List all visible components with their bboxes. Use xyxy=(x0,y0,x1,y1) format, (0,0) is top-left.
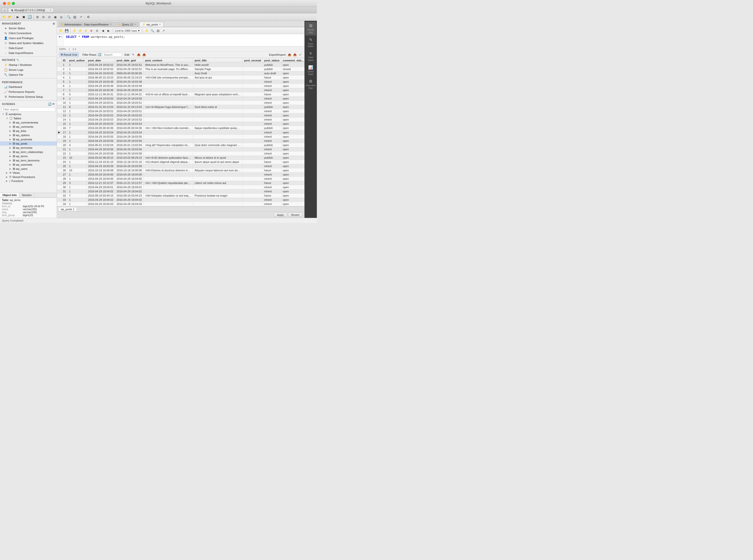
cell-author[interactable]: 5 xyxy=(67,92,87,97)
tree-item-wp-terms[interactable]: ▶ ▦ wp_terms xyxy=(0,154,57,158)
table-row[interactable]: 3572016-02-28 07:01:042016-02-28 07:01:0… xyxy=(57,206,305,207)
cell-id[interactable]: 8 xyxy=(61,92,67,97)
table-row[interactable]: 3412016-04-29 18:04:032016-04-29 18:04:0… xyxy=(57,202,305,206)
toolbar-run-btn[interactable]: ▶ xyxy=(15,14,21,20)
cell-title[interactable] xyxy=(193,189,243,194)
table-row[interactable]: 1672016-03-05 00:34:362016-03-05 00:34:3… xyxy=(57,126,305,130)
cell-excerpt[interactable] xyxy=(243,76,263,80)
toolbar-btn7[interactable]: ◎ xyxy=(58,14,64,20)
cell-id[interactable]: 25 xyxy=(61,164,67,168)
right-panel-result-grid-btn[interactable]: ⊞ ResultGrid xyxy=(305,22,316,35)
query12-tab-close[interactable]: ✕ xyxy=(134,23,136,26)
cell-author[interactable]: 1 xyxy=(67,202,87,206)
edit-pencil-icon[interactable]: ✎ xyxy=(131,53,136,57)
th-id[interactable]: ID xyxy=(61,58,67,63)
cell-id[interactable]: 35 xyxy=(61,206,67,207)
cell-content[interactable]: <h3>In est ut officia ut impedit laudant… xyxy=(144,92,193,97)
cell-content[interactable] xyxy=(144,84,193,88)
cell-title[interactable]: Auto Draft xyxy=(193,71,243,76)
table-row[interactable]: 512016-04-29 18:03:482016-04-29 18:03:48… xyxy=(57,80,305,84)
cell-title[interactable]: Aut ipsa at qui xyxy=(193,76,243,80)
tree-item-tables[interactable]: ▼ 📋 Tables xyxy=(0,116,57,120)
cell-date[interactable]: 2016-04-29 18:03:51 xyxy=(86,101,115,105)
cell-excerpt[interactable] xyxy=(243,147,263,152)
tree-item-wp-termmeta[interactable]: ▶ ▦ wp_termmeta xyxy=(0,145,57,150)
cell-excerpt[interactable] xyxy=(243,101,263,105)
cell-comment[interactable]: open xyxy=(281,135,304,139)
cell-title[interactable]: Libero vel nobis minus aut xyxy=(193,181,243,185)
sidebar-item-options-file[interactable]: 🔧 Options File xyxy=(0,72,57,77)
query-execute-current-btn[interactable]: ⚡ xyxy=(78,28,82,33)
right-panel-query-stats-btn[interactable]: 📊 QueryStats xyxy=(305,64,316,77)
cell-excerpt[interactable] xyxy=(243,113,263,118)
cell-date_gmt[interactable]: 2016-12-11 09:34:31 xyxy=(115,92,143,97)
cell-content[interactable] xyxy=(144,185,193,189)
query-export2-btn[interactable]: ↗ xyxy=(161,28,166,33)
cell-status[interactable]: inherit xyxy=(263,101,281,105)
toolbar-search-btn[interactable]: 🔍 xyxy=(66,14,72,20)
cell-content[interactable] xyxy=(144,177,193,181)
cell-comment[interactable]: open xyxy=(281,101,304,105)
tree-item-wp-posts[interactable]: ▶ ▦ wp_posts xyxy=(0,141,57,145)
toolbar-refresh-btn[interactable]: 🔄 xyxy=(27,14,33,20)
query-next-btn[interactable]: ▶ xyxy=(106,28,111,33)
cell-date[interactable]: 2016-04-29 18:04:02 xyxy=(86,198,115,202)
table-row[interactable]: 3312016-04-29 18:04:022016-04-29 18:04:0… xyxy=(57,198,305,202)
tree-item-wp-commentmeta[interactable]: ▶ ▦ wp_commentmeta xyxy=(0,120,57,124)
cell-excerpt[interactable] xyxy=(243,84,263,88)
th-post-date[interactable]: post_date xyxy=(86,58,115,63)
cell-author[interactable]: 1 xyxy=(67,177,87,181)
cell-comment[interactable]: open xyxy=(281,122,304,126)
cell-comment[interactable]: open xyxy=(281,160,304,164)
table-row[interactable]: 1912016-04-29 18:03:562016-04-29 18:03:5… xyxy=(57,139,305,143)
cell-excerpt[interactable] xyxy=(243,118,263,122)
cell-content[interactable] xyxy=(144,113,193,118)
table-row[interactable]: 2412016-12-18 19:31:102016-12-18 19:31:1… xyxy=(57,160,305,164)
cell-content[interactable] xyxy=(144,173,193,177)
cell-comment[interactable]: open xyxy=(281,113,304,118)
cell-date[interactable]: 2016-01-31 04:13:54 xyxy=(86,105,115,109)
cell-date[interactable]: 2016-12-11 09:34:31 xyxy=(86,92,115,97)
cell-title[interactable] xyxy=(193,147,243,152)
cell-author[interactable]: 7 xyxy=(67,194,87,198)
cell-date[interactable]: 2016-12-18 19:31:10 xyxy=(86,160,115,164)
cell-date_gmt[interactable]: 2016-04-29 18:03:56 xyxy=(115,147,143,152)
bottom-tab-wp-posts-1[interactable]: wp_posts 1 xyxy=(58,207,77,211)
cell-comment[interactable]: open xyxy=(281,126,304,130)
sidebar-item-data-export[interactable]: ↑ Data Export xyxy=(0,45,57,51)
table-row[interactable]: 2042016-05-01 13:02:042016-05-01 13:02:0… xyxy=(57,143,305,147)
management-collapse-icon[interactable]: ⊟ xyxy=(53,22,55,25)
cell-id[interactable]: 11 xyxy=(61,105,67,109)
tree-item-wp-postmeta[interactable]: ▶ ▦ wp_postmeta xyxy=(0,137,57,141)
cell-author[interactable]: 1 xyxy=(67,101,87,105)
cell-comment[interactable]: open xyxy=(281,130,304,135)
cell-id[interactable]: 6 xyxy=(61,84,67,88)
cell-status[interactable]: inherit xyxy=(263,202,281,206)
cell-date_gmt[interactable]: 2016-12-21 10:12:57 xyxy=(115,181,143,185)
cell-status[interactable]: inherit xyxy=(263,173,281,177)
cell-id[interactable]: 5 xyxy=(61,80,67,84)
cell-content[interactable] xyxy=(144,202,193,206)
export-btn[interactable]: 📤 xyxy=(287,53,291,57)
cell-date_gmt[interactable]: 2016-01-31 04:13:54 xyxy=(115,105,143,109)
tree-item-wp-links[interactable]: ▶ ▦ wp_links xyxy=(0,129,57,133)
cell-status[interactable]: publish xyxy=(263,206,281,207)
cell-title[interactable] xyxy=(193,101,243,105)
table-row[interactable]: 212016-04-29 18:02:522016-04-29 18:02:52… xyxy=(57,67,305,71)
cell-content[interactable]: <ol><li>Et dolorem quibusdam facere nihi… xyxy=(144,156,193,160)
cell-id[interactable]: 27 xyxy=(61,173,67,177)
cell-title[interactable] xyxy=(193,84,243,88)
cell-title[interactable] xyxy=(193,113,243,118)
cell-status[interactable]: auto-draft xyxy=(263,71,281,76)
cell-date[interactable]: 2016-04-29 18:04:03 xyxy=(86,202,115,206)
query-find-btn[interactable]: 🔍 xyxy=(150,28,155,33)
cell-content[interactable] xyxy=(144,118,193,122)
cell-excerpt[interactable] xyxy=(243,156,263,160)
cell-date_gmt[interactable]: 2016-04-29 18:03:48 xyxy=(115,80,143,84)
cell-author[interactable]: 1 xyxy=(67,76,87,80)
cell-id[interactable]: 16 xyxy=(61,126,67,130)
cell-date[interactable]: 2016-04-29 18:03:53 xyxy=(86,122,115,126)
cell-status[interactable]: publish xyxy=(263,143,281,147)
cell-status[interactable]: inherit xyxy=(263,185,281,189)
cell-id[interactable]: 28 xyxy=(61,177,67,181)
